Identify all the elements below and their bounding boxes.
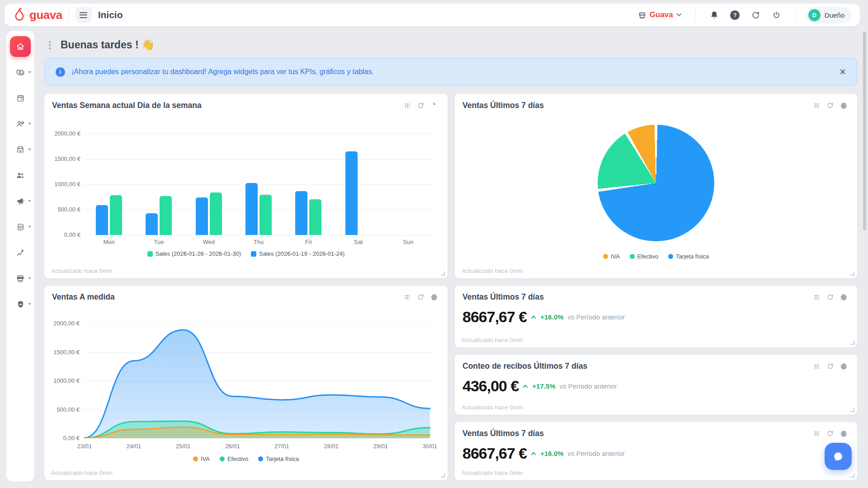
sidebar-item-staff[interactable]	[10, 113, 31, 134]
reload-button[interactable]	[747, 6, 764, 23]
bar-plot-area	[84, 134, 433, 235]
bar-Tue	[160, 196, 172, 235]
sidebar-item-reports[interactable]	[10, 242, 31, 263]
resize-handle[interactable]	[441, 272, 445, 276]
refresh-icon[interactable]	[417, 293, 424, 300]
storefront-icon	[638, 11, 646, 19]
brand-logo[interactable]: guava	[13, 8, 62, 22]
bar-Sat	[345, 151, 358, 235]
greeting-title: Buenas tardes ! 👋	[61, 39, 155, 51]
divider	[695, 9, 696, 21]
x-tick-label: 28/01	[316, 443, 347, 450]
kpi-value: 8667,67 €	[462, 308, 527, 326]
card-updated: Actualizado hace 0min	[462, 469, 523, 476]
notifications-button[interactable]	[706, 6, 723, 23]
sidebar	[6, 31, 34, 482]
stats-icon	[16, 248, 25, 257]
card-kpi-sales-7d: Ventas Últimos 7 días 8667,67 € +16.0% v…	[455, 286, 857, 347]
sidebar-item-pos[interactable]	[10, 268, 31, 289]
refresh-icon	[751, 11, 760, 19]
card-title: Ventas Últimos 7 días	[462, 292, 544, 302]
banner-text: ¡Ahora puedes personalizar tu dashboard!…	[71, 68, 374, 76]
y-tick-label: 0,00 €	[44, 435, 80, 441]
sidebar-item-payments[interactable]	[10, 62, 31, 83]
info-icon: i	[56, 67, 65, 77]
x-tick-label: Mon	[93, 239, 125, 245]
legend-item[interactable]: Efectivo	[630, 253, 658, 260]
sidebar-item-admin[interactable]	[10, 294, 31, 314]
drag-handle-icon[interactable]	[403, 293, 410, 300]
sidebar-item-home[interactable]	[10, 36, 31, 57]
gear-icon[interactable]	[430, 293, 438, 300]
sidebar-item-store[interactable]	[10, 139, 31, 160]
pie-chart	[598, 125, 714, 241]
caret-down-icon	[28, 277, 31, 280]
bar-Tue	[146, 213, 158, 235]
bell-icon	[710, 10, 719, 19]
resize-handle[interactable]	[850, 341, 854, 345]
guava-pear-icon	[13, 8, 26, 22]
x-tick-label: Sat	[343, 239, 374, 245]
x-tick-label: 29/01	[365, 443, 396, 450]
y-tick-label: 0,00 €	[45, 231, 80, 238]
resize-handle[interactable]	[850, 408, 854, 412]
caret-down-icon	[28, 226, 31, 228]
store-selector[interactable]: Guava	[634, 8, 685, 22]
banner-close-button[interactable]: ×	[840, 66, 846, 77]
x-tick-label: 27/01	[266, 443, 298, 450]
drag-handle-icon[interactable]	[813, 430, 820, 437]
legend-item[interactable]: Tarjeta física	[668, 253, 709, 260]
customers-icon	[16, 171, 25, 180]
drag-handle-icon[interactable]	[813, 293, 820, 300]
calendar-icon	[16, 94, 25, 103]
area-plot-area	[83, 324, 432, 438]
hamburger-menu-button[interactable]	[75, 7, 92, 23]
gear-icon[interactable]	[430, 102, 438, 109]
sidebar-item-calendar[interactable]	[10, 88, 31, 108]
shield-crown-icon	[16, 300, 25, 309]
scrollbar-thumb[interactable]	[863, 32, 866, 230]
y-tick-label: 1500,00 €	[44, 349, 80, 356]
bar-Fri	[295, 191, 307, 235]
chevron-down-icon	[676, 13, 682, 17]
legend-item[interactable]: IVA	[193, 455, 210, 462]
gear-icon[interactable]	[840, 102, 847, 109]
kpi-compare: vs Período anterior	[568, 450, 625, 457]
sidebar-item-marketing[interactable]	[10, 191, 31, 211]
card-title: Ventas A medida	[52, 292, 115, 302]
refresh-icon[interactable]	[826, 430, 834, 437]
resize-handle[interactable]	[850, 272, 854, 276]
refresh-icon[interactable]	[417, 102, 424, 109]
logout-button[interactable]	[768, 6, 785, 23]
y-tick-label: 500,00 €	[45, 206, 80, 213]
legend-item[interactable]: Sales (2026-01-26 - 2026-01-30)	[147, 250, 241, 257]
bar-Mon	[110, 195, 122, 235]
gear-icon[interactable]	[840, 430, 847, 437]
help-button[interactable]: ?	[726, 6, 744, 23]
user-menu[interactable]: D Dueño	[806, 7, 852, 23]
refresh-icon[interactable]	[826, 102, 834, 109]
resize-handle[interactable]	[441, 474, 445, 478]
legend-item[interactable]: Sales (2026-01-19 - 2026-01-24)	[251, 250, 344, 257]
refresh-icon[interactable]	[826, 362, 834, 370]
chat-bubble-icon	[832, 450, 844, 462]
greeting-row: Buenas tardes ! 👋	[49, 39, 155, 51]
legend-item[interactable]: IVA	[603, 253, 620, 260]
drag-handle-icon[interactable]	[813, 102, 820, 109]
gear-icon[interactable]	[840, 362, 847, 370]
sidebar-item-customers[interactable]	[10, 165, 31, 186]
drag-handle-icon[interactable]	[813, 362, 820, 370]
sidebar-item-cash-drawer[interactable]	[10, 216, 31, 237]
card-title: Ventas Semana actual Día de la semana	[52, 101, 202, 110]
legend-item[interactable]: Tarjeta física	[258, 455, 299, 462]
user-name: Dueño	[825, 11, 844, 19]
legend-item[interactable]: Efectivo	[220, 455, 248, 462]
chat-widget-button[interactable]	[825, 443, 852, 470]
refresh-icon[interactable]	[826, 293, 834, 300]
kebab-menu-icon[interactable]	[49, 41, 51, 49]
resize-handle[interactable]	[850, 474, 854, 478]
drag-handle-icon[interactable]	[403, 102, 410, 109]
kpi-delta: +17.5%	[532, 382, 555, 390]
bar-Wed	[196, 197, 208, 235]
gear-icon[interactable]	[840, 293, 847, 300]
